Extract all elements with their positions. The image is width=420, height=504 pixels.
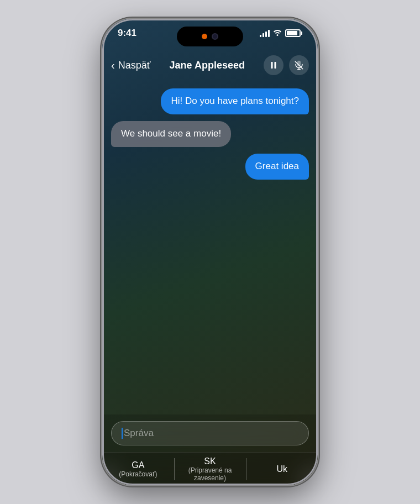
keyboard-lang-sk: SK <box>179 456 242 466</box>
input-placeholder: Správa <box>124 428 154 439</box>
nav-bar: ‹ Naspäť Jane Appleseed <box>102 51 318 80</box>
text-cursor <box>122 428 123 439</box>
island-camera <box>212 33 218 40</box>
mute-button[interactable] <box>289 55 309 75</box>
keyboard-sub-ga: (Pokračovať) <box>107 470 170 478</box>
message-input[interactable]: Správa <box>111 421 309 445</box>
signal-bar-3 <box>265 32 267 37</box>
message-bubble-2[interactable]: We should see a movie! <box>111 121 231 147</box>
battery-icon <box>285 29 302 37</box>
message-text-1: Hi! Do you have plans tonight? <box>171 96 299 106</box>
chat-area: Hi! Do you have plans tonight? We should… <box>102 80 318 413</box>
keyboard-section-uk[interactable]: Uk <box>246 462 318 476</box>
message-row-2: We should see a movie! <box>111 121 309 147</box>
message-bubble-1[interactable]: Hi! Do you have plans tonight? <box>161 88 309 114</box>
svg-rect-1 <box>275 62 276 69</box>
message-text-2: We should see a movie! <box>121 128 221 139</box>
keyboard-section-sk[interactable]: SK (Pripravené na zavesenie) <box>174 454 246 484</box>
dynamic-island <box>177 27 243 46</box>
message-row-1: Hi! Do you have plans tonight? <box>111 88 309 114</box>
keyboard-lang-uk: Uk <box>250 464 313 474</box>
keyboard-bar: GA (Pokračovať) SK (Pripravené na zavese… <box>102 452 318 485</box>
wifi-icon <box>273 28 282 38</box>
signal-bar-4 <box>268 30 270 37</box>
nav-title: Jane Appleseed <box>150 60 264 71</box>
signal-bar-1 <box>260 35 261 37</box>
back-label: Naspäť <box>118 60 151 71</box>
pause-button[interactable] <box>264 55 284 75</box>
island-indicator-dot <box>202 34 207 39</box>
status-icons <box>260 28 302 38</box>
phone-device: 9:41 <box>102 19 318 485</box>
keyboard-lang-ga: GA <box>107 460 170 470</box>
signal-bars-icon <box>260 29 270 37</box>
keyboard-sub-sk: (Pripravené na zavesenie) <box>179 466 242 482</box>
back-button[interactable]: ‹ Naspäť <box>111 59 150 72</box>
keyboard-section-ga[interactable]: GA (Pokračovať) <box>102 458 174 480</box>
message-bubble-3[interactable]: Great idea <box>245 154 309 180</box>
message-text-3: Great idea <box>255 161 299 171</box>
phone-screen: 9:41 <box>102 19 318 485</box>
message-row-3: Great idea <box>111 154 309 180</box>
input-area: Správa <box>102 414 318 452</box>
svg-rect-0 <box>271 62 273 69</box>
signal-bar-2 <box>262 33 264 37</box>
nav-actions <box>264 55 309 75</box>
back-chevron-icon: ‹ <box>111 59 115 72</box>
